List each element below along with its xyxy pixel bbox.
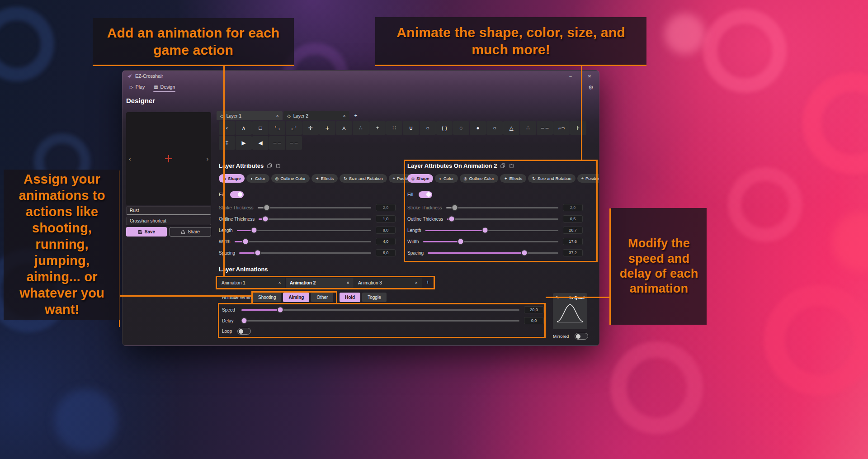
shape-tool-button-row1-14[interactable]: ( ) xyxy=(436,121,453,135)
slider-handle[interactable] xyxy=(255,251,260,256)
play-icon: ▷ xyxy=(130,85,133,90)
effects-icon: ✦ xyxy=(316,176,319,181)
layer-attributes-section: Layer Attributes ◇Shape◐Color◎Outline Co… xyxy=(219,162,396,260)
highlight-box-speed-delay xyxy=(218,303,546,338)
share-icon xyxy=(181,230,185,234)
layer-tab-layer-1[interactable]: ◇Layer 1✕ xyxy=(217,111,283,120)
next-crosshair-button[interactable]: › xyxy=(205,155,210,163)
prev-crosshair-button[interactable]: ‹ xyxy=(127,155,132,163)
slider-handle[interactable] xyxy=(243,239,248,244)
shape-tool-button-row1-4[interactable]: ⌜⌟ xyxy=(269,121,285,135)
design-icon: ▦ xyxy=(154,85,158,90)
shape-tool-button-row1-3[interactable]: □ xyxy=(252,121,269,135)
attr-tab-color[interactable]: ◐Color xyxy=(246,174,269,183)
shape-tool-button-row1-16[interactable]: ● xyxy=(470,121,486,135)
shape-tool-button-row1-17[interactable]: ○ xyxy=(486,121,503,135)
bokeh-ring xyxy=(610,341,703,434)
fill-toggle[interactable] xyxy=(230,191,244,198)
stroke-thickness-slider[interactable] xyxy=(258,207,371,208)
spacing-slider[interactable] xyxy=(239,252,371,254)
slider-handle[interactable] xyxy=(263,217,268,222)
slider-row-width: Width4,0 xyxy=(219,238,396,245)
shape-tool-button-row1-13[interactable]: ○ xyxy=(420,121,436,135)
shape-tool-button-row1-8[interactable]: ⋏ xyxy=(336,121,352,135)
shape-tool-button-row1-21[interactable]: ⌐¬ xyxy=(553,121,570,135)
bokeh-ring xyxy=(0,7,54,81)
outline-thickness-slider[interactable] xyxy=(259,218,371,220)
connector-line-top-right-h xyxy=(375,65,646,66)
width-value[interactable]: 4,0 xyxy=(376,238,396,245)
attribute-sliders: Stroke Thickness2,0Outline Thickness1,0L… xyxy=(219,204,396,256)
shape-tool-button-row1-7[interactable]: ∔ xyxy=(319,121,335,135)
layer-tab-close-icon[interactable]: ✕ xyxy=(276,114,279,118)
tab-play-label: Play xyxy=(136,84,145,90)
bokeh-glow xyxy=(54,389,118,452)
game-name-input[interactable]: Rust xyxy=(126,206,211,215)
shape-tool-button-row1-11[interactable]: ∷ xyxy=(386,121,402,135)
highlight-box-animation-attributes xyxy=(404,160,598,262)
layer-tab-layer-2[interactable]: ◇Layer 2✕ xyxy=(283,111,349,120)
length-value[interactable]: 8,0 xyxy=(376,227,396,234)
shape-tool-button-row2-5[interactable]: – – xyxy=(286,136,302,150)
paste-icon[interactable] xyxy=(276,163,281,168)
toggle-knob xyxy=(576,334,580,339)
add-layer-button[interactable]: + xyxy=(350,111,361,120)
tab-play[interactable]: ▷ Play xyxy=(129,82,146,93)
layer-tab-close-icon[interactable]: ✕ xyxy=(343,114,346,118)
attr-tab-effects[interactable]: ✦Effects xyxy=(311,174,338,183)
shape-tool-button-row1-1[interactable]: ‹ xyxy=(219,121,235,135)
shape-tool-button-row2-3[interactable]: ◀ xyxy=(252,136,269,150)
attr-tab-size-and-rotation[interactable]: ↻Size and Rotation xyxy=(340,174,387,183)
toggle-knob xyxy=(238,192,242,197)
spacing-value[interactable]: 6,0 xyxy=(376,249,396,256)
stroke-thickness-value[interactable]: 2,0 xyxy=(376,204,396,211)
connector-line-top-left-h xyxy=(93,65,294,66)
shape-tool-button-row2-4[interactable]: – – xyxy=(269,136,285,150)
shape-tool-button-row2-2[interactable]: ▶ xyxy=(236,136,252,150)
callout-left: Assign your animations to actions like s… xyxy=(4,170,120,320)
callout-top-right: Animate the shape, color, size, and much… xyxy=(375,17,646,65)
close-button[interactable]: ✕ xyxy=(580,71,599,81)
easing-card[interactable]: ✎ In Quad xyxy=(553,293,587,329)
shape-tool-button-row1-15[interactable]: ◌ xyxy=(453,121,469,135)
shape-tool-button-row1-5[interactable]: ⌞⌝ xyxy=(286,121,302,135)
bokeh-glow xyxy=(832,213,868,271)
position-icon: ⌖ xyxy=(393,176,395,181)
slider-handle[interactable] xyxy=(252,228,257,233)
shape-tool-button-row1-22[interactable]: ⊦ xyxy=(570,121,586,135)
shape-tool-button-row1-10[interactable]: + xyxy=(369,121,386,135)
save-button-label: Save xyxy=(145,229,155,234)
shape-tool-button-row2-1[interactable]: ǂ xyxy=(219,136,235,150)
slider-handle[interactable] xyxy=(264,205,269,210)
settings-gear-icon[interactable]: ⚙ xyxy=(588,84,594,91)
tab-design[interactable]: ▦ Design xyxy=(153,82,176,93)
shape-tool-button-row1-9[interactable]: ∴ xyxy=(353,121,369,135)
shape-tool-button-row1-2[interactable]: ∧ xyxy=(236,121,252,135)
shape-tool-button-row1-18[interactable]: △ xyxy=(503,121,519,135)
layer-animations-title: Layer Animations xyxy=(219,266,268,273)
shortcut-input[interactable]: Crosshair shortcut xyxy=(126,217,211,225)
share-button[interactable]: Share xyxy=(170,227,211,237)
shape-tool-button-row1-12[interactable]: ∪ xyxy=(403,121,419,135)
outline-thickness-value[interactable]: 1,0 xyxy=(376,215,396,222)
length-slider[interactable] xyxy=(237,230,371,231)
shape-tool-button-row1-6[interactable]: ✛ xyxy=(302,121,319,135)
attr-tab-outline-color[interactable]: ◎Outline Color xyxy=(271,174,310,183)
connector-line-right-v xyxy=(609,208,611,325)
tab-design-label: Design xyxy=(160,84,175,90)
save-button[interactable]: Save xyxy=(126,227,167,237)
mirrored-toggle[interactable] xyxy=(575,333,588,340)
mode-button-hold[interactable]: Hold xyxy=(340,293,360,302)
slider-row-outline-thickness: Outline Thickness1,0 xyxy=(219,215,396,222)
attr-tab-label: Outline Color xyxy=(280,176,305,181)
slider-row-stroke-thickness: Stroke Thickness2,0 xyxy=(219,204,396,211)
attr-tab-shape[interactable]: ◇Shape xyxy=(219,174,245,183)
width-slider[interactable] xyxy=(235,241,371,242)
shape-tool-button-row1-20[interactable]: – – xyxy=(537,121,553,135)
mode-button-toggle[interactable]: Toggle xyxy=(362,293,386,302)
minimize-button[interactable]: – xyxy=(561,71,580,81)
app-logo-icon xyxy=(127,73,132,79)
shape-tool-button-row1-19[interactable]: ∴ xyxy=(520,121,536,135)
copy-icon[interactable] xyxy=(267,163,272,168)
layer-tabs: ◇Layer 1✕◇Layer 2✕+ xyxy=(217,111,361,120)
